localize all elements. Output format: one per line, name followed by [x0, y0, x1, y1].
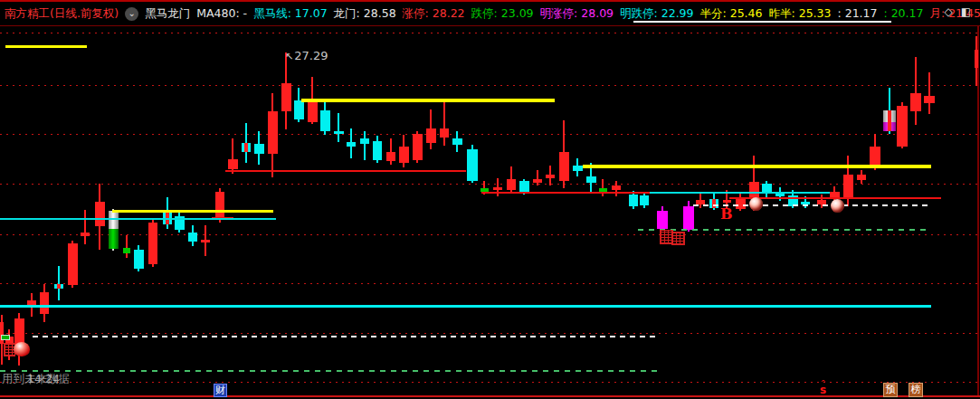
gridline: [0, 85, 980, 86]
overlay-line: [633, 21, 891, 23]
candle-body: [467, 149, 478, 181]
candle-body: [897, 106, 908, 147]
candle-body: [629, 195, 638, 206]
candle-body: [413, 134, 423, 160]
candle-body: [347, 142, 356, 147]
candle-body: [109, 229, 119, 249]
candle-body: [723, 200, 731, 203]
bottombar-item-bang[interactable]: 榜: [909, 383, 923, 397]
gridline: [0, 184, 980, 185]
candle-body: [640, 195, 649, 205]
candle-wick: [338, 113, 339, 142]
candle-wick: [443, 102, 445, 146]
candle-wick: [364, 131, 366, 160]
overlay-line: [0, 305, 931, 308]
high-price-annotation: ↖27.29: [285, 49, 328, 62]
candle-body: [399, 147, 409, 163]
candle-body: [360, 138, 369, 144]
candle-body: [857, 175, 866, 180]
candle-body: [81, 233, 90, 236]
overlay-line: [225, 170, 466, 172]
candle-body: [320, 110, 330, 131]
candle-wick: [915, 57, 917, 125]
candle-body: [426, 128, 436, 143]
candle-body: [334, 131, 344, 134]
gridline: [0, 333, 980, 334]
candle-body: [68, 243, 78, 285]
overlay-line: [112, 210, 273, 213]
overlay-line: [583, 165, 931, 168]
gridline: [0, 382, 980, 383]
candle-body: [657, 211, 668, 229]
candle-wick: [126, 235, 128, 258]
candle-wick: [928, 72, 930, 114]
candle-core: [244, 143, 248, 152]
candle-body: [148, 223, 157, 264]
candle-body: [975, 50, 978, 68]
candle-body: [109, 211, 119, 229]
green-badge-icon: [1, 335, 10, 340]
candle-wick: [537, 170, 538, 185]
candle-body: [294, 100, 304, 119]
overlay-line: [638, 229, 931, 231]
trading-app-window: 南方精工(日线.前复权) ⌄ 黑马龙门MA480: -黑马线: 17.07龙门:…: [0, 0, 980, 399]
candle-core: [888, 110, 891, 131]
candle-body: [507, 179, 516, 190]
candle-body: [546, 175, 555, 178]
buy-signal-marker: B: [720, 205, 733, 223]
red-ball-icon: [14, 342, 30, 356]
candle-body: [373, 141, 382, 160]
candle-body: [612, 185, 621, 190]
candle-body: [533, 179, 542, 183]
overlay-line: [33, 336, 659, 337]
ball-marker-icon: [831, 199, 844, 213]
candle-body: [254, 144, 264, 154]
candle-body: [386, 152, 395, 161]
candle-wick: [84, 210, 86, 244]
candle-body: [281, 83, 291, 111]
candle-body: [95, 202, 105, 226]
candle-body: [268, 111, 278, 154]
ball-marker-icon: [749, 197, 763, 211]
overlay-line: [5, 45, 87, 48]
red-pixel-glyph: [671, 232, 685, 245]
gridline: [0, 33, 980, 33]
candle-body: [559, 152, 569, 181]
gridline: [0, 283, 980, 284]
candle-body: [228, 159, 238, 169]
candle-body: [573, 166, 583, 171]
time-watermark: 14:24: [27, 372, 60, 385]
candle-body: [0, 322, 4, 344]
candle-body: [683, 206, 694, 230]
candle-body: [215, 192, 224, 219]
candle-body: [452, 138, 462, 145]
overlay-line: [0, 218, 276, 220]
gridline: [0, 134, 980, 135]
candle-body: [736, 198, 746, 209]
candle-body: [308, 101, 318, 122]
candle-body: [40, 292, 49, 314]
overlay-line: [650, 192, 830, 194]
candle-body: [134, 250, 144, 269]
candle-body: [924, 96, 935, 103]
candle-body: [843, 175, 853, 197]
candle-body: [201, 240, 210, 242]
candle-body: [870, 147, 880, 166]
candle-body: [586, 176, 596, 183]
sell-signal-s: ^s: [820, 381, 826, 394]
bottombar-item-yu[interactable]: 预: [883, 383, 898, 397]
candle-wick: [58, 266, 60, 300]
candle-body: [188, 233, 197, 242]
candle-core: [57, 284, 61, 289]
overlay-line: [301, 99, 555, 102]
candle-body: [123, 248, 130, 253]
candle-body: [493, 187, 502, 190]
candle-body: [440, 128, 449, 138]
gridline: [0, 234, 980, 235]
overlay-line: [0, 370, 661, 372]
candle-core: [712, 199, 716, 208]
candle-body: [910, 93, 921, 111]
bottombar-item-cai[interactable]: 财: [214, 384, 227, 397]
annotation-arrow-icon: ↖: [285, 51, 293, 62]
chart-area: [0, 0, 980, 399]
